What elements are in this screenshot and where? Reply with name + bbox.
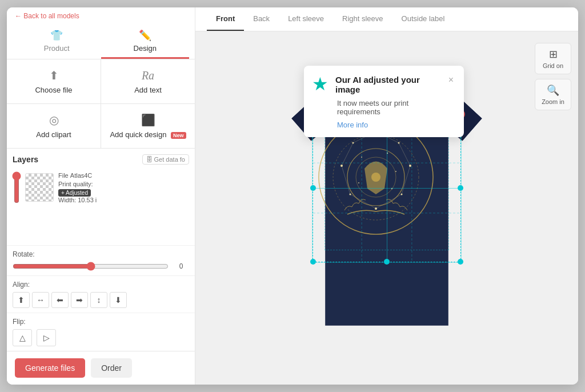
tab-bar: 👕 Product ✏️ Design bbox=[7, 23, 195, 59]
add-text-button[interactable]: Rа Add text bbox=[101, 59, 195, 103]
handle-middle-left[interactable] bbox=[310, 185, 316, 191]
layer-thumbnail bbox=[25, 173, 54, 202]
generate-files-button[interactable]: Generate files bbox=[15, 358, 85, 378]
ai-popup-body: It now meets our print requirements bbox=[312, 99, 454, 116]
svg-point-20 bbox=[395, 171, 396, 172]
ai-popup-close-button[interactable]: × bbox=[448, 75, 454, 85]
order-button[interactable]: Order bbox=[91, 358, 132, 378]
layer-adjusted: + Adjusted bbox=[58, 189, 189, 197]
tab-left-sleeve[interactable]: Left sleeve bbox=[279, 7, 333, 31]
rotate-label: Rotate: bbox=[13, 250, 189, 258]
app-container: ← Back to all models 👕 Product ✏️ Design… bbox=[7, 7, 578, 385]
align-center-v-button[interactable]: ↕ bbox=[90, 292, 107, 308]
layers-header: Layers 🗄 Get data fo bbox=[13, 154, 189, 165]
layers-panel: Layers 🗄 Get data fo File Atlas4C bbox=[7, 149, 195, 245]
layer-quality-label: Print quality: bbox=[58, 181, 189, 187]
tab-design-label: Design bbox=[134, 44, 157, 53]
ai-popup: ★ Our AI adjusted your image × It now me… bbox=[304, 66, 464, 137]
tab-outside-label[interactable]: Outside label bbox=[392, 7, 454, 31]
svg-point-14 bbox=[333, 134, 419, 220]
svg-point-9 bbox=[401, 194, 403, 195]
action-grid: ⬆ Choose file Rа Add text ◎ Add clipart … bbox=[7, 59, 195, 149]
back-link[interactable]: ← Back to all models bbox=[15, 12, 79, 20]
flip-label: Flip: bbox=[13, 318, 189, 326]
align-label: Align: bbox=[13, 281, 189, 289]
upload-icon: ⬆ bbox=[49, 69, 59, 82]
choose-file-button[interactable]: ⬆ Choose file bbox=[7, 59, 101, 103]
tab-front[interactable]: Front bbox=[207, 7, 244, 31]
adjusted-badge: + Adjusted bbox=[58, 189, 91, 197]
handle-bottom-right[interactable] bbox=[458, 259, 463, 265]
flip-vertical-button[interactable]: ▷ bbox=[37, 329, 56, 346]
add-clipart-label: Add clipart bbox=[36, 130, 71, 139]
svg-point-8 bbox=[409, 165, 411, 167]
rotate-value: 0 bbox=[173, 262, 189, 270]
tab-back[interactable]: Back bbox=[244, 7, 279, 31]
get-data-button[interactable]: 🗄 Get data fo bbox=[142, 154, 189, 165]
bottom-bar: Generate files Order bbox=[7, 351, 195, 385]
add-clipart-button[interactable]: ◎ Add clipart bbox=[7, 104, 101, 148]
ai-popup-title: Our AI adjusted your image bbox=[335, 75, 439, 94]
new-badge: New bbox=[171, 132, 186, 139]
align-left-button[interactable]: ⬅ bbox=[51, 292, 69, 308]
product-icon: 👕 bbox=[50, 29, 63, 42]
left-panel: ← Back to all models 👕 Product ✏️ Design… bbox=[7, 7, 195, 385]
align-top-button[interactable]: ⬆ bbox=[13, 292, 30, 308]
crosshair-horizontal bbox=[313, 188, 460, 189]
flip-horizontal-button[interactable]: △ bbox=[13, 329, 32, 346]
tab-right-sleeve[interactable]: Right sleeve bbox=[333, 7, 392, 31]
design-icon: ✏️ bbox=[139, 29, 151, 42]
svg-point-7 bbox=[398, 142, 400, 144]
handle-bottom-middle[interactable] bbox=[384, 259, 390, 265]
svg-point-16 bbox=[356, 157, 396, 197]
svg-point-5 bbox=[319, 120, 433, 234]
tab-product-label: Product bbox=[44, 44, 70, 53]
layers-title: Layers bbox=[13, 155, 38, 164]
align-right-button[interactable]: ➡ bbox=[71, 292, 88, 308]
align-row: ⬆ ↔ ⬅ ➡ ↕ ⬇ bbox=[13, 292, 189, 308]
handle-middle-right[interactable] bbox=[458, 185, 463, 191]
svg-point-21 bbox=[358, 182, 359, 183]
rotate-slider[interactable] bbox=[13, 262, 169, 271]
layer-item: File Atlas4C Print quality: + Adjusted W… bbox=[13, 169, 189, 206]
align-center-h-button[interactable]: ↔ bbox=[32, 292, 49, 308]
grid-on-button[interactable]: ⊞ Grid on bbox=[535, 43, 571, 74]
text-icon: Rа bbox=[142, 69, 154, 82]
handle-bottom-left[interactable] bbox=[310, 259, 316, 265]
canvas-area: ✕ ⊞ Grid on 🔍 Zoom in bbox=[195, 31, 578, 385]
layer-filename: File Atlas4C bbox=[58, 172, 189, 179]
main-layout: ← Back to all models 👕 Product ✏️ Design… bbox=[7, 7, 578, 385]
opacity-slider[interactable] bbox=[13, 171, 21, 203]
align-bottom-button[interactable]: ⬇ bbox=[110, 292, 127, 308]
align-section: Align: ⬆ ↔ ⬅ ➡ ↕ ⬇ bbox=[7, 275, 195, 313]
tab-design[interactable]: ✏️ Design bbox=[101, 23, 190, 59]
grid-icon: ⊞ bbox=[549, 48, 558, 61]
side-toolbar: ⊞ Grid on 🔍 Zoom in bbox=[535, 43, 571, 110]
grid-label: Grid on bbox=[543, 62, 563, 69]
svg-point-17 bbox=[371, 173, 380, 182]
ai-more-info-link[interactable]: More info bbox=[312, 121, 454, 129]
tab-product[interactable]: 👕 Product bbox=[13, 23, 101, 59]
add-quick-design-button[interactable]: ⬛ Add quick design New bbox=[101, 104, 195, 148]
quick-design-icon: ⬛ bbox=[141, 113, 155, 127]
flip-row: △ ▷ bbox=[13, 329, 189, 346]
ai-popup-header: ★ Our AI adjusted your image × bbox=[312, 75, 454, 94]
svg-point-15 bbox=[347, 149, 404, 206]
right-content: Front Back Left sleeve Right sleeve Outs… bbox=[195, 7, 578, 385]
choose-file-label: Choose file bbox=[35, 86, 72, 94]
view-tabs: Front Back Left sleeve Right sleeve Outs… bbox=[195, 7, 578, 31]
layer-info: File Atlas4C Print quality: + Adjusted W… bbox=[58, 172, 189, 203]
rotate-section: Rotate: 0 bbox=[7, 245, 195, 275]
layer-width: Width: 10.53 i bbox=[58, 197, 189, 203]
clipart-icon: ◎ bbox=[49, 113, 59, 127]
svg-point-10 bbox=[375, 207, 377, 210]
zoom-icon: 🔍 bbox=[547, 84, 559, 97]
add-quick-design-label: Add quick design New bbox=[110, 130, 186, 139]
svg-point-11 bbox=[350, 194, 351, 195]
rotate-row: 0 bbox=[13, 262, 189, 271]
zoom-in-button[interactable]: 🔍 Zoom in bbox=[535, 79, 571, 110]
svg-point-22 bbox=[391, 188, 392, 189]
svg-point-19 bbox=[387, 153, 388, 154]
svg-point-12 bbox=[340, 165, 343, 167]
ai-star-icon: ★ bbox=[312, 75, 328, 93]
